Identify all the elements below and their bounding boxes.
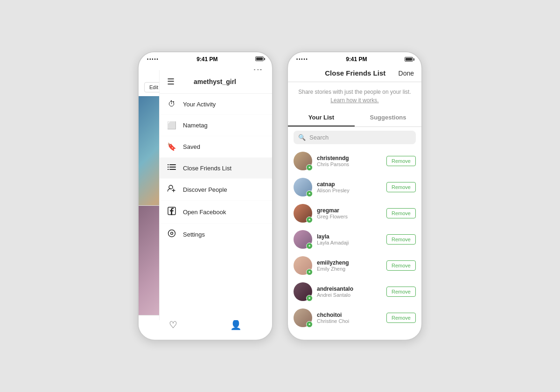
friend-name: Christine Choi <box>317 318 382 324</box>
p2-header: Close Friends List Done <box>288 64 421 82</box>
friend-username: gregmar <box>317 207 382 214</box>
menu-item-facebook[interactable]: Open Facebook <box>160 201 272 224</box>
remove-button[interactable]: Remove <box>386 182 416 192</box>
saved-icon: 🔖 <box>167 142 176 151</box>
search-placeholder: Search <box>309 134 329 141</box>
close-friend-badge: ★ <box>306 243 313 249</box>
svg-rect-0 <box>169 164 176 165</box>
battery-area-2 <box>405 57 413 62</box>
nametag-icon: ⬜ <box>167 121 176 130</box>
friend-info: layla Layla Amadaji <box>317 233 382 245</box>
svg-rect-3 <box>168 167 169 168</box>
close-friend-badge: ★ <box>306 217 313 223</box>
nametag-label: Nametag <box>183 122 208 129</box>
list-item: ★ emiilyzheng Emily Zheng Remove <box>288 252 421 279</box>
close-friend-badge: ★ <box>306 321 313 328</box>
person-icon[interactable]: 👤 <box>230 319 242 330</box>
friend-info: catnap Alison Presley <box>317 181 382 193</box>
phone-2: ••••• 9:41 PM Close Friends List Done Sh… <box>287 51 422 341</box>
dropdown-menu: ☰ amethyst_girl ⏱ Your Activity ⬜ Nameta… <box>159 70 272 320</box>
search-bar[interactable]: 🔍 Search <box>294 131 416 144</box>
remove-button[interactable]: Remove <box>386 208 416 218</box>
close-friend-badge: ★ <box>306 190 313 197</box>
learn-link[interactable]: Learn how it works. <box>330 97 378 104</box>
close-friends-icon <box>167 164 176 172</box>
friend-name: Emily Zheng <box>317 266 382 272</box>
p2-title: Close Friends List <box>325 69 385 77</box>
p2-content: Close Friends List Done Share stories wi… <box>288 64 421 334</box>
p2-tabs: Your List Suggestions <box>288 109 421 127</box>
remove-button[interactable]: Remove <box>386 260 416 271</box>
list-item: ★ kstang Remove <box>288 331 421 334</box>
close-friend-badge: ★ <box>306 164 313 171</box>
friends-list: ★ christenndg Chris Parsons Remove ★ cat… <box>288 148 421 334</box>
friend-username: andreisantalo <box>317 286 382 292</box>
svg-rect-1 <box>168 164 169 165</box>
avatar-andreisantalo: ★ <box>294 282 312 301</box>
tab-your-list[interactable]: Your List <box>288 109 355 126</box>
activity-icon: ⏱ <box>167 100 176 108</box>
avatar-chchoitoi: ★ <box>294 308 312 327</box>
facebook-icon <box>167 207 176 217</box>
saved-label: Saved <box>183 143 200 150</box>
friend-name: Alison Presley <box>317 188 382 193</box>
menu-item-nametag[interactable]: ⬜ Nametag <box>160 115 272 136</box>
remove-button[interactable]: Remove <box>386 313 416 323</box>
battery-area-1 <box>255 56 264 62</box>
status-bar-1: ••••• 9:41 PM <box>139 52 272 64</box>
friend-info: emiilyzheng Emily Zheng <box>317 259 382 272</box>
tab-suggestions[interactable]: Suggestions <box>355 109 421 126</box>
menu-header: ☰ amethyst_girl <box>160 70 272 94</box>
list-item: ★ catnap Alison Presley Remove <box>288 174 421 200</box>
search-icon: 🔍 <box>298 134 306 141</box>
friend-username: emiilyzheng <box>317 259 382 266</box>
phone-1: ••••• 9:41 PM 440 following Edit profile <box>138 51 273 341</box>
p2-subtitle: Share stories with just the people on yo… <box>288 82 421 105</box>
heart-icon[interactable]: ♡ <box>169 319 177 330</box>
time-2: 9:41 PM <box>346 56 367 63</box>
status-bar-2: ••••• 9:41 PM <box>288 52 421 64</box>
battery-icon-1 <box>255 56 264 62</box>
menu-item-settings[interactable]: Settings <box>160 224 272 245</box>
phones-container: ••••• 9:41 PM 440 following Edit profile <box>138 51 422 341</box>
avatar-emiilyzheng: ★ <box>294 256 312 275</box>
remove-button[interactable]: Remove <box>386 156 416 166</box>
time-1: 9:41 PM <box>196 56 217 63</box>
friend-info: gregmar Greg Flowers <box>317 207 382 219</box>
svg-point-8 <box>168 230 175 237</box>
remove-button[interactable]: Remove <box>386 234 416 245</box>
svg-rect-2 <box>169 167 176 168</box>
svg-rect-4 <box>169 169 176 170</box>
avatar-gregmar: ★ <box>294 204 312 223</box>
avatar-catnap: ★ <box>294 178 312 196</box>
settings-icon <box>167 229 176 239</box>
friend-username: chchoitoi <box>317 312 382 318</box>
facebook-label: Open Facebook <box>183 209 226 216</box>
friend-info: andreisantalo Andrei Santalo <box>317 286 382 298</box>
hamburger-icon[interactable]: ☰ <box>167 77 175 87</box>
signal-dots-1: ••••• <box>147 57 159 62</box>
battery-icon-2 <box>405 57 413 62</box>
avatar-layla: ★ <box>294 230 312 249</box>
list-item: ★ andreisantalo Andrei Santalo Remove <box>288 279 421 305</box>
menu-item-activity[interactable]: ⏱ Your Activity <box>160 94 272 115</box>
menu-item-close-friends[interactable]: Close Friends List <box>160 158 272 179</box>
menu-username: amethyst_girl <box>194 78 236 85</box>
menu-item-saved[interactable]: 🔖 Saved <box>160 136 272 158</box>
menu-item-discover[interactable]: Discover People <box>160 179 272 201</box>
friend-username: catnap <box>317 181 382 188</box>
friend-name: Greg Flowers <box>317 214 382 219</box>
signal-dots-2: ••••• <box>296 57 308 62</box>
settings-label: Settings <box>183 231 205 238</box>
svg-rect-5 <box>168 169 169 170</box>
list-item: ★ gregmar Greg Flowers Remove <box>288 200 421 226</box>
friend-name: Chris Parsons <box>317 161 382 167</box>
avatar-christenndg: ★ <box>294 152 312 170</box>
list-item: ★ christenndg Chris Parsons Remove <box>288 148 421 174</box>
done-button[interactable]: Done <box>399 70 414 77</box>
remove-button[interactable]: Remove <box>386 287 416 297</box>
discover-label: Discover People <box>183 186 227 193</box>
friend-username: christenndg <box>317 155 382 161</box>
discover-icon <box>167 185 176 194</box>
svg-point-9 <box>171 232 173 235</box>
